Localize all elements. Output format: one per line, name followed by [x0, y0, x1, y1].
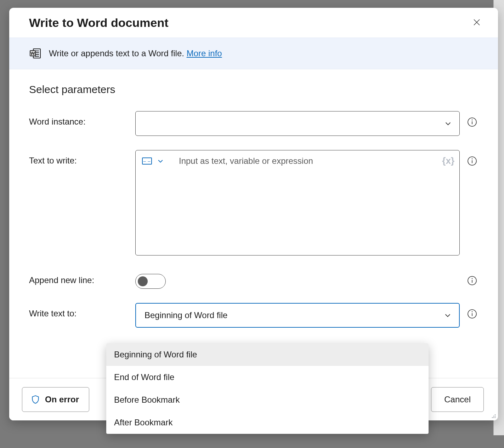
dropdown-option[interactable]: End of Word file	[106, 366, 429, 389]
on-error-button[interactable]: On error	[22, 387, 89, 412]
cancel-label: Cancel	[444, 395, 471, 404]
write-text-to-value: Beginning of Word file	[145, 310, 443, 320]
info-icon-word-instance[interactable]	[466, 116, 478, 128]
info-icon-text-to-write[interactable]	[466, 155, 478, 167]
row-text-to-write: Text to write: – – Input as text, variab…	[29, 150, 478, 255]
chevron-down-icon	[443, 119, 453, 128]
svg-point-25	[495, 417, 496, 418]
svg-point-19	[472, 311, 472, 312]
info-strip: Write or appends text to a Word file. Mo…	[9, 38, 498, 69]
svg-point-16	[472, 278, 472, 279]
label-write-text-to: Write text to:	[29, 303, 135, 318]
dialog-title: Write to Word document	[29, 16, 169, 30]
info-icon-write-text-to[interactable]	[466, 308, 478, 320]
cancel-button[interactable]: Cancel	[431, 387, 484, 412]
info-text: Write or appends text to a Word file. Mo…	[49, 48, 222, 58]
close-icon	[472, 18, 481, 28]
append-new-line-toggle[interactable]	[135, 274, 166, 289]
svg-point-23	[492, 417, 493, 418]
dialog-body: Select parameters Word instance: Text to…	[9, 69, 498, 335]
dialog-header: Write to Word document	[9, 8, 498, 38]
resize-grip-icon[interactable]	[490, 413, 497, 419]
dropdown-option[interactable]: Beginning of Word file	[106, 343, 429, 366]
text-to-write-placeholder: Input as text, variable or expression	[179, 156, 313, 166]
on-error-label: On error	[45, 395, 79, 404]
word-document-icon	[29, 47, 42, 60]
word-instance-dropdown[interactable]	[135, 111, 460, 136]
section-heading: Select parameters	[29, 84, 478, 96]
shield-icon	[31, 395, 40, 404]
row-word-instance: Word instance:	[29, 111, 478, 136]
svg-point-22	[495, 416, 496, 417]
row-append-new-line: Append new line:	[29, 270, 478, 289]
input-type-icon[interactable]: – –	[142, 157, 152, 165]
svg-point-20	[495, 414, 496, 415]
info-description: Write or appends text to a Word file.	[49, 48, 184, 58]
text-to-write-input[interactable]: – – Input as text, variable or expressio…	[135, 150, 460, 255]
row-write-text-to: Write text to: Beginning of Word file	[29, 303, 478, 328]
insert-variable-button[interactable]: {x}	[442, 155, 454, 166]
svg-point-21	[493, 416, 494, 417]
more-info-link[interactable]: More info	[187, 48, 222, 58]
svg-point-24	[493, 417, 494, 418]
chevron-down-icon	[443, 310, 453, 320]
dropdown-option[interactable]: Before Bookmark	[106, 389, 429, 411]
label-word-instance: Word instance:	[29, 111, 135, 127]
label-append-new-line: Append new line:	[29, 270, 135, 285]
label-text-to-write: Text to write:	[29, 150, 135, 166]
dropdown-option[interactable]: After Bookmark	[106, 411, 429, 434]
svg-point-13	[472, 159, 472, 159]
info-icon-append-new-line[interactable]	[466, 275, 478, 287]
write-text-to-dropdown[interactable]: Beginning of Word file	[135, 303, 460, 328]
svg-point-10	[472, 120, 472, 120]
input-type-chevron-icon[interactable]	[156, 157, 165, 165]
close-button[interactable]	[470, 16, 484, 30]
write-text-to-dropdown-popup: Beginning of Word file End of Word file …	[106, 343, 429, 434]
